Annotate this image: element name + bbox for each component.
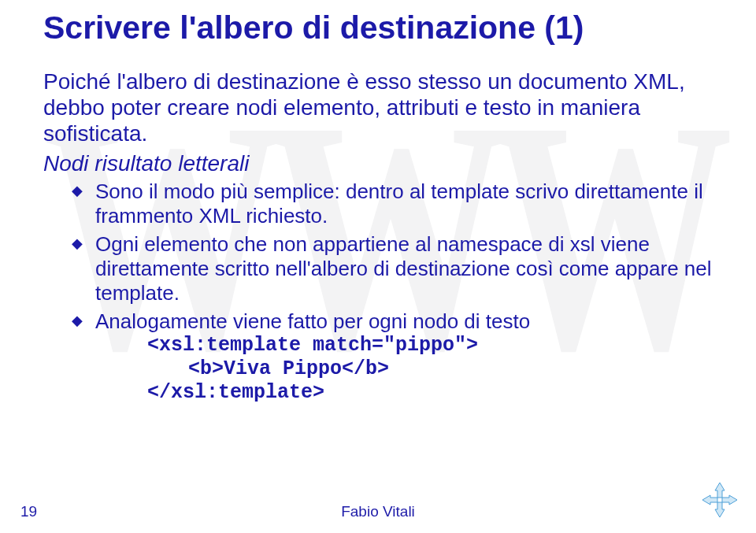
code-line: <b>Viva Pippo</b> <box>95 357 718 381</box>
bullet-text: Analogamente viene fatto per ogni nodo d… <box>95 309 530 333</box>
intro-paragraph: Poiché l'albero di destinazione è esso s… <box>43 68 718 146</box>
code-line: <xsl:template match="pippo"> <box>95 334 718 357</box>
slide-title: Scrivere l'albero di destinazione (1) <box>43 9 718 46</box>
list-item: Analogamente viene fatto per ogni nodo d… <box>72 309 718 405</box>
code-line: </xsl:template> <box>95 381 718 405</box>
bullet-list: Sono il modo più semplice: dentro al tem… <box>43 180 718 405</box>
slide-content: Scrivere l'albero di destinazione (1) Po… <box>0 0 756 405</box>
list-item: Sono il modo più semplice: dentro al tem… <box>72 180 718 228</box>
section-subhead: Nodi risultato letterali <box>43 151 718 176</box>
list-item: Ogni elemento che non appartiene al name… <box>72 232 718 305</box>
author-name: Fabio Vitali <box>0 503 756 520</box>
navigation-arrows-icon[interactable] <box>701 481 739 519</box>
